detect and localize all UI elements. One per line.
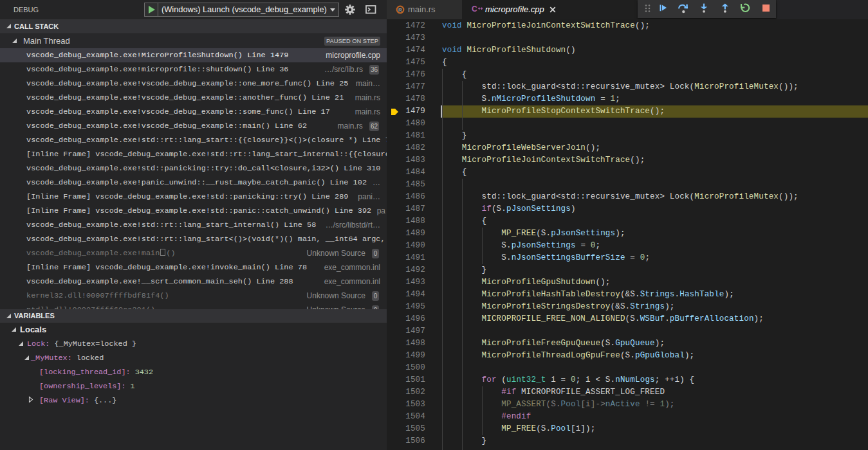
svg-text:R: R [398,7,402,13]
